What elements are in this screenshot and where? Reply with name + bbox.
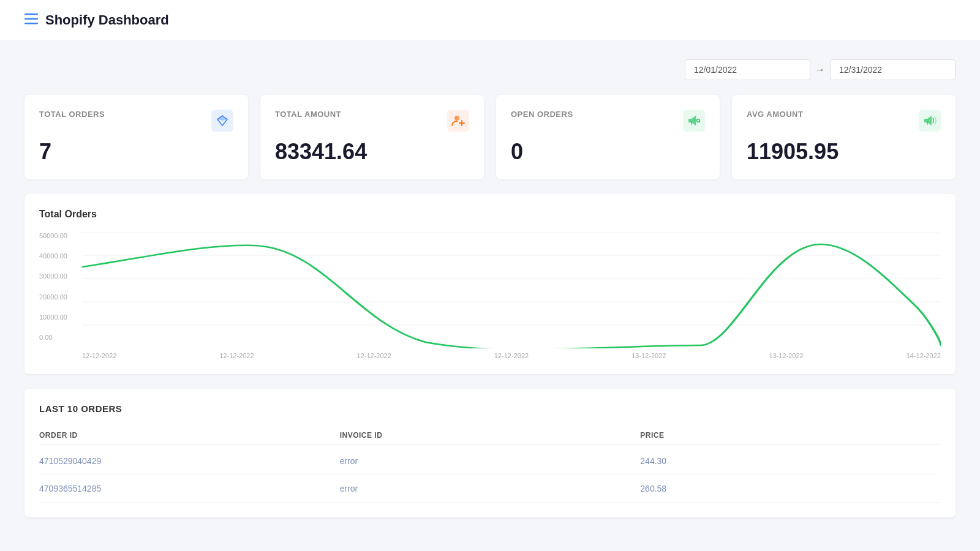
y-label-20000: 20000.00 [39, 293, 77, 301]
table-header: ORDER ID INVOICE ID PRICE [39, 426, 941, 445]
end-date-input[interactable] [830, 59, 956, 80]
stat-label-total-orders: TOTAL ORDERS [39, 110, 105, 119]
orders-table-title: LAST 10 ORDERS [39, 403, 941, 414]
y-label-40000: 40000.00 [39, 252, 77, 260]
diamond-icon [211, 110, 233, 132]
menu-icon[interactable] [24, 13, 38, 28]
invoice-id-0: error [340, 456, 641, 466]
svg-rect-2 [24, 23, 38, 24]
order-id-0: 4710529040429 [39, 456, 340, 466]
stat-value-avg-amount: 11905.95 [747, 139, 941, 165]
table-row: 4709365514285 error 260.58 [39, 475, 941, 503]
main-content: → TOTAL ORDERS 7 TOTAL AMOUNT [0, 41, 980, 536]
stat-value-open-orders: 0 [511, 139, 705, 165]
x-label-0: 12-12-2022 [82, 352, 116, 359]
stat-label-avg-amount: AVG AMOUNT [747, 110, 803, 119]
price-0: 244.30 [640, 456, 941, 466]
x-label-1: 12-12-2022 [219, 352, 254, 359]
x-label-5: 13-12-2022 [769, 352, 803, 359]
table-row: 4710529040429 error 244.30 [39, 448, 941, 475]
stats-grid: TOTAL ORDERS 7 TOTAL AMOUNT [24, 95, 956, 179]
stat-card-total-amount: TOTAL AMOUNT 83341.64 [260, 95, 484, 179]
y-label-30000: 30000.00 [39, 272, 77, 280]
x-label-6: 14-12-2022 [907, 352, 941, 359]
stat-header-open-orders: OPEN ORDERS [511, 110, 705, 132]
x-label-2: 12-12-2022 [357, 352, 391, 359]
y-axis: 50000.00 40000.00 30000.00 20000.00 1000… [39, 232, 82, 359]
stat-value-total-amount: 83341.64 [275, 139, 469, 165]
stat-label-total-amount: TOTAL AMOUNT [275, 110, 341, 119]
col-header-invoice-id: INVOICE ID [340, 431, 641, 440]
col-header-price: PRICE [640, 431, 941, 440]
stat-header-total-orders: TOTAL ORDERS [39, 110, 233, 132]
y-label-50000: 50000.00 [39, 232, 77, 239]
x-axis: 12-12-2022 12-12-2022 12-12-2022 12-12-2… [82, 352, 941, 359]
chart-title: Total Orders [39, 209, 941, 220]
stat-card-avg-amount: AVG AMOUNT 11905.95 [732, 95, 956, 179]
svg-rect-0 [24, 13, 38, 15]
orders-card: LAST 10 ORDERS ORDER ID INVOICE ID PRICE… [24, 389, 956, 517]
chart-card: Total Orders 50000.00 40000.00 30000.00 … [24, 194, 956, 374]
price-1: 260.58 [640, 484, 941, 493]
svg-point-8 [697, 119, 700, 122]
stat-value-total-orders: 7 [39, 139, 233, 165]
col-header-order-id: ORDER ID [39, 431, 340, 440]
y-label-10000: 10000.00 [39, 313, 77, 321]
page-title: Shopify Dashboard [45, 12, 169, 28]
date-arrow-icon: → [815, 64, 825, 75]
chart-area: 12-12-2022 12-12-2022 12-12-2022 12-12-2… [82, 232, 941, 359]
stat-header-avg-amount: AVG AMOUNT [747, 110, 941, 132]
x-label-3: 12-12-2022 [494, 352, 529, 359]
svg-rect-1 [24, 18, 38, 20]
y-label-0: 0.00 [39, 334, 77, 341]
stat-card-open-orders: OPEN ORDERS 0 [496, 95, 720, 179]
stat-label-open-orders: OPEN ORDERS [511, 110, 573, 119]
stat-card-total-orders: TOTAL ORDERS 7 [24, 95, 248, 179]
x-label-4: 13-12-2022 [631, 352, 666, 359]
date-filter: → [24, 59, 956, 80]
user-add-icon [447, 110, 469, 132]
megaphone-icon [683, 110, 705, 132]
stat-header-total-amount: TOTAL AMOUNT [275, 110, 469, 132]
speaker-icon [919, 110, 941, 132]
app-header: Shopify Dashboard [0, 0, 980, 41]
invoice-id-1: error [340, 484, 641, 493]
order-id-1: 4709365514285 [39, 484, 340, 493]
start-date-input[interactable] [685, 59, 810, 80]
chart-svg [82, 232, 941, 348]
svg-point-5 [454, 116, 459, 121]
